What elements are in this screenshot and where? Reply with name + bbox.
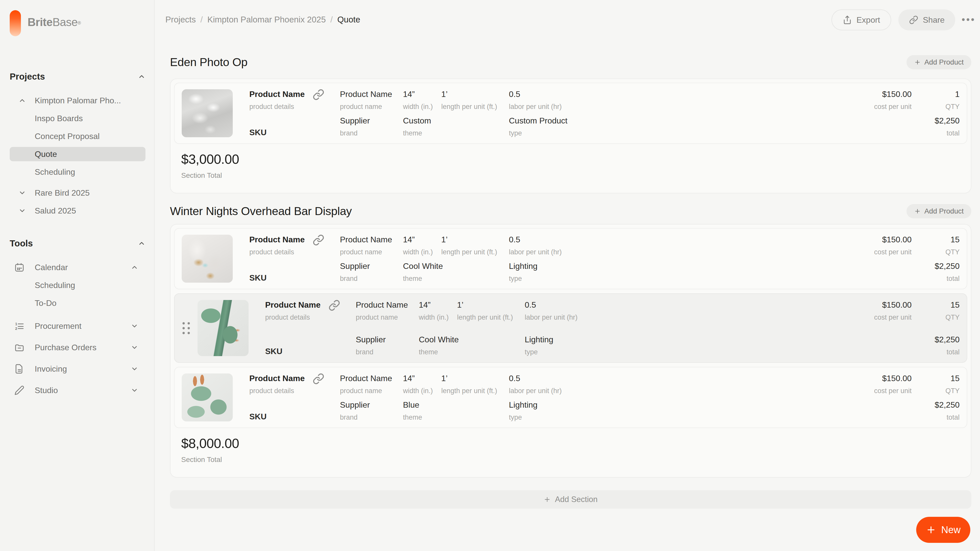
more-options-button[interactable]: ••• [962,14,976,25]
width-field: 14” [403,373,441,383]
sidebar-item-purchase-orders[interactable]: Purchase Orders [10,340,145,354]
row-total: $2,250 [935,335,959,345]
chevron-down-icon[interactable] [130,365,138,373]
link-icon [909,15,918,24]
theme-field: Cool White [419,335,457,345]
link-icon[interactable] [328,300,340,311]
new-button[interactable]: New [916,517,970,543]
breadcrumb-project-name[interactable]: Kimpton Palomar Phoenix 2025 [207,15,326,24]
breadcrumb-projects[interactable]: Projects [165,15,196,24]
sidebar-item-scheduling[interactable]: Scheduling [10,165,145,179]
product-thumbnail [182,373,233,421]
chevron-up-icon [138,73,145,80]
type-field: Lighting [525,335,874,345]
sidebar-item-label: Inspo Boards [35,114,83,123]
product-name-field: Product Name [356,300,419,310]
supplier-field: Supplier [340,400,403,410]
link-icon[interactable] [313,89,325,100]
plus-icon [914,208,921,214]
sidebar-item-rare-bird-2025[interactable]: Rare Bird 2025 [10,186,145,200]
sidebar-item-label: Scheduling [35,167,75,177]
share-button[interactable]: Share [898,10,955,30]
cost-per-unit: $150.00 [882,300,912,310]
sidebar-item-quote[interactable]: Quote [10,147,145,161]
product-name-label: product details [249,248,340,256]
drag-handle-icon[interactable] [182,322,191,334]
product-row[interactable]: Product Name product details SKU Product… [174,293,967,363]
row-total: $2,250 [935,400,959,410]
cost-per-unit: $150.00 [882,373,912,383]
sidebar-item-studio[interactable]: Studio [10,383,145,397]
sidebar-item-kimpton-palomar-pho[interactable]: Kimpton Palomar Pho... [10,94,145,108]
sidebar-item-label: Concept Proposal [35,132,100,141]
breadcrumb: Projects / Kimpton Palomar Phoenix 2025 … [165,15,360,24]
sidebar-item-invoicing[interactable]: Invoicing [10,362,145,376]
sidebar-item-scheduling[interactable]: Scheduling [10,278,145,292]
sidebar-item-label: To-Do [35,299,56,308]
tools-header-label: Tools [10,238,33,248]
app-window: BriteBase® Projects Kimpton Palomar Pho.… [0,0,980,551]
section-total: $3,000.00 Section Total [174,151,967,189]
add-product-button[interactable]: Add Product [907,55,971,69]
chevron-up-icon[interactable] [130,264,138,271]
export-icon [843,15,852,24]
sku-value: SKU [249,128,340,137]
supplier-field: Supplier [356,335,419,345]
cost-per-unit: $150.00 [882,89,912,99]
sidebar-item-inspo-boards[interactable]: Inspo Boards [10,111,145,125]
export-label: Export [856,15,880,25]
link-icon[interactable] [313,234,325,246]
section-title: Winter Nights Overhead Bar Display [170,205,352,218]
sidebar-item-label: Procurement [35,321,81,331]
add-product-button[interactable]: Add Product [907,204,971,218]
cost-per-unit: $150.00 [882,235,912,245]
product-thumbnail [182,235,233,283]
tools-section-header[interactable]: Tools [10,237,145,249]
chevron-down-icon[interactable] [130,344,138,351]
section-total-amount: $8,000.00 [181,436,967,451]
plus-icon [926,525,936,535]
breadcrumb-separator: / [331,15,333,24]
product-name-label: product details [249,103,340,111]
export-button[interactable]: Export [832,10,891,30]
sidebar-item-to-do[interactable]: To-Do [10,296,145,310]
product-name: Product Name [265,300,356,310]
new-button-label: New [941,524,961,535]
sidebar-item-salud-2025[interactable]: Salud 2025 [10,203,145,218]
product-name: Product Name [249,89,340,99]
sidebar-item-label: Kimpton Palomar Pho... [35,96,121,105]
chevron-down-icon[interactable] [18,189,26,197]
sidebar-item-calendar[interactable]: Calendar [10,260,145,275]
product-row[interactable]: Product Name product details SKU Product… [174,83,967,144]
product-row[interactable]: Product Name product details SKU Product… [174,367,967,428]
width-field: 14” [419,300,457,310]
add-section-button[interactable]: Add Section [170,490,971,509]
svg-text:1: 1 [15,322,17,326]
product-thumbnail [197,300,248,356]
sidebar-item-label: Studio [35,386,58,395]
projects-section-header[interactable]: Projects [10,70,145,83]
chevron-down-icon[interactable] [18,207,26,214]
width-field: 14” [403,235,441,245]
sidebar-item-label: Invoicing [35,364,67,374]
qty-value: 15 [950,300,959,310]
product-name-label: product details [265,313,356,321]
link-icon[interactable] [313,373,325,385]
chevron-down-icon[interactable] [130,386,138,394]
length-field: 1’ [457,300,525,310]
section-header: Eden Photo Op Add Product [170,55,971,70]
svg-text:2: 2 [15,326,17,330]
chevron-up-icon[interactable] [18,97,26,104]
labor-field: 0.5 [509,235,874,245]
sidebar-item-concept-proposal[interactable]: Concept Proposal [10,129,145,143]
length-field: 1’ [441,89,509,99]
chevron-down-icon[interactable] [130,322,138,330]
numbered-list-icon: 12 [14,321,24,331]
sidebar-item-procurement[interactable]: 12Procurement [10,319,145,333]
labor-field: 0.5 [509,373,874,383]
sku-value: SKU [265,347,356,356]
qty-value: 15 [950,235,959,245]
add-section-label: Add Section [555,495,597,504]
brand-logo[interactable]: BriteBase® [10,10,81,36]
product-row[interactable]: Product Name product details SKU Product… [174,228,967,289]
